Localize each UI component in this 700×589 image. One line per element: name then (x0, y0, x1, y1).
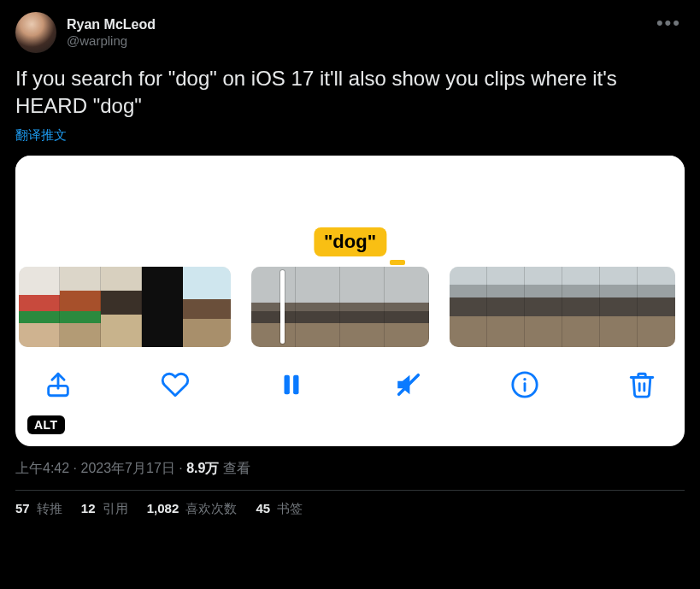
tweet-text: If you search for "dog" on iOS 17 it'll … (15, 65, 685, 121)
video-clip[interactable] (19, 267, 231, 347)
pause-icon[interactable] (273, 366, 310, 403)
clip-frame (101, 267, 142, 347)
clip-frame (385, 267, 429, 347)
media-attachment[interactable]: "dog" (15, 156, 685, 446)
timeline-marker (390, 260, 405, 265)
filmstrip[interactable] (15, 267, 685, 347)
media-top-area: "dog" (15, 156, 685, 267)
handle[interactable]: @warpling (67, 33, 156, 50)
clip-frame (562, 267, 600, 347)
tweet-header: Ryan McLeod @warpling ••• (15, 12, 685, 53)
clip-frame (600, 267, 638, 347)
trash-icon[interactable] (623, 366, 661, 403)
tweet-container: Ryan McLeod @warpling ••• If you search … (0, 0, 700, 517)
heart-icon[interactable] (156, 366, 194, 403)
quotes-label: 引用 (103, 501, 128, 515)
more-options-button[interactable]: ••• (653, 12, 685, 34)
likes-label: 喜欢次数 (185, 501, 237, 515)
clip-frame (525, 267, 562, 347)
svg-point-6 (524, 378, 526, 380)
clip-frame (638, 267, 675, 347)
clip-frame (296, 267, 340, 347)
clip-frame (340, 267, 385, 347)
views-label: 查看 (223, 461, 250, 475)
media-toolbar (15, 347, 685, 419)
name-block: Ryan McLeod @warpling (67, 16, 156, 50)
tweet-meta: 上午4:42 · 2023年7月17日 · 8.9万 查看 (15, 460, 685, 478)
display-name[interactable]: Ryan McLeod (67, 16, 156, 33)
retweets-stat[interactable]: 57 转推 (15, 501, 62, 517)
clip-frame (487, 267, 525, 347)
clip-frame (450, 267, 487, 347)
svg-rect-1 (285, 374, 290, 394)
clip-frame (60, 267, 101, 347)
retweets-label: 转推 (37, 501, 62, 515)
views-count[interactable]: 8.9万 (186, 461, 219, 475)
stats-row: 57 转推 12 引用 1,082 喜欢次数 45 书签 (15, 501, 685, 517)
avatar[interactable] (15, 12, 56, 53)
translate-link[interactable]: 翻译推文 (15, 127, 67, 144)
timestamp-date[interactable]: 2023年7月17日 (80, 461, 174, 475)
bookmarks-count: 45 (256, 501, 270, 515)
alt-badge[interactable]: ALT (27, 415, 65, 434)
bookmarks-stat[interactable]: 45 书签 (256, 501, 303, 517)
video-clip[interactable] (251, 267, 429, 347)
mute-icon[interactable] (390, 366, 427, 403)
bookmarks-label: 书签 (277, 501, 303, 515)
likes-stat[interactable]: 1,082 喜欢次数 (147, 501, 238, 517)
divider (15, 490, 685, 491)
quotes-stat[interactable]: 12 引用 (81, 501, 128, 517)
likes-count: 1,082 (147, 501, 179, 515)
retweets-count: 57 (15, 501, 30, 515)
svg-rect-2 (293, 374, 298, 394)
clip-frame (142, 267, 183, 347)
quotes-count: 12 (81, 501, 96, 515)
author-block[interactable]: Ryan McLeod @warpling (15, 12, 156, 53)
clip-frame (19, 267, 60, 347)
clip-frame (183, 267, 231, 347)
clip-frame (251, 267, 296, 347)
share-icon[interactable] (39, 366, 77, 403)
playhead[interactable] (280, 270, 285, 344)
info-icon[interactable] (506, 366, 544, 403)
timestamp-time[interactable]: 上午4:42 (15, 461, 69, 475)
video-clip[interactable] (450, 267, 675, 347)
search-term-label: "dog" (314, 227, 386, 256)
